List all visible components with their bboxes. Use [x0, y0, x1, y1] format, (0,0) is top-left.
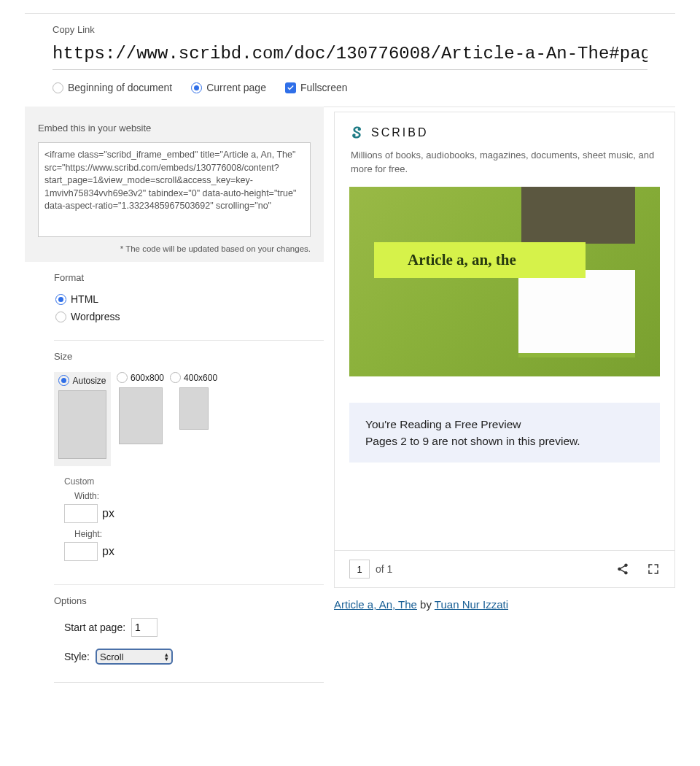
copy-link-label: Copy Link: [52, 24, 648, 35]
checkbox-fullscreen-label: Fullscreen: [300, 82, 348, 93]
preview-description: Millions of books, audiobooks, magazines…: [351, 149, 658, 177]
radio-format-wordpress-label: Wordpress: [71, 311, 120, 322]
radio-format-html[interactable]: HTML: [55, 293, 324, 305]
document-caption: Article a, An, The by Tuan Nur Izzati: [334, 598, 675, 611]
radio-current-label: Current page: [206, 82, 266, 93]
custom-size-label: Custom: [64, 476, 324, 487]
radio-format-html-label: HTML: [71, 293, 98, 305]
embed-note: * The code will be updated based on your…: [38, 244, 311, 253]
radio-beginning[interactable]: Beginning of document: [52, 82, 172, 93]
size-preview-400: [179, 387, 209, 430]
document-title-link[interactable]: Article a, An, The: [334, 598, 417, 611]
start-page-input[interactable]: [131, 618, 158, 637]
page-number-input[interactable]: [349, 560, 370, 579]
embed-label: Embed this in your website: [38, 123, 311, 134]
select-arrows-icon: ▴▾: [165, 652, 168, 661]
fullscreen-icon[interactable]: [647, 562, 660, 576]
embed-code-textarea[interactable]: <iframe class="scribd_iframe_embed" titl…: [38, 142, 311, 237]
width-input[interactable]: [64, 504, 98, 523]
embed-preview: SCRIBD Millions of books, audiobooks, ma…: [334, 112, 675, 588]
radio-beginning-label: Beginning of document: [68, 82, 172, 93]
height-label: Height:: [74, 529, 324, 539]
size-preview-600: [119, 387, 163, 444]
page-of-label: of 1: [376, 563, 392, 575]
document-title-overlay: Article a, an, the: [374, 242, 586, 278]
px-unit-w: px: [102, 507, 114, 520]
document-thumbnail: Article a, an, the: [349, 187, 660, 376]
share-icon[interactable]: [616, 562, 629, 576]
px-unit-h: px: [102, 545, 114, 558]
copy-link-input[interactable]: [52, 41, 648, 70]
height-input[interactable]: [64, 542, 98, 561]
start-page-label: Start at page:: [64, 622, 125, 633]
size-label: Size: [54, 351, 324, 362]
options-label: Options: [54, 595, 324, 606]
style-label: Style:: [64, 651, 90, 662]
size-600x800[interactable]: 600x800: [117, 372, 164, 444]
scribd-mark-icon: [351, 125, 364, 140]
radio-current-page[interactable]: Current page: [191, 82, 266, 93]
checkbox-fullscreen[interactable]: Fullscreen: [285, 82, 348, 93]
radio-format-wordpress[interactable]: Wordpress: [55, 311, 324, 322]
size-preview-autosize: [58, 390, 106, 459]
width-label: Width:: [74, 491, 324, 501]
size-400x600[interactable]: 400x600: [170, 372, 217, 430]
format-label: Format: [54, 272, 324, 283]
scribd-brand-text: SCRIBD: [371, 126, 428, 139]
free-preview-notice: You're Reading a Free Preview Pages 2 to…: [349, 403, 660, 463]
document-author-link[interactable]: Tuan Nur Izzati: [435, 598, 508, 611]
style-select[interactable]: Scroll ▴▾: [96, 649, 173, 665]
size-autosize[interactable]: Autosize: [54, 372, 111, 466]
scribd-logo: SCRIBD: [351, 125, 658, 140]
